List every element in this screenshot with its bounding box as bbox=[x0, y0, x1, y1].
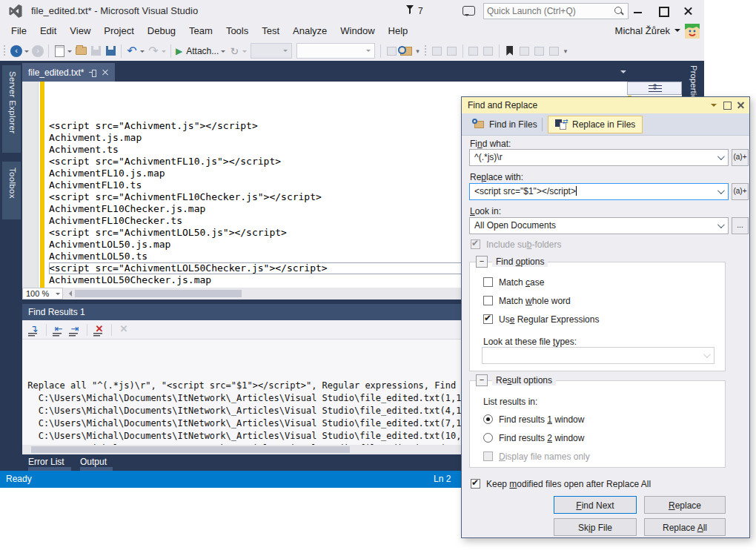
find-symbol-button[interactable] bbox=[384, 43, 399, 59]
menu-item[interactable]: Window bbox=[334, 22, 381, 39]
tab-list-dropdown-icon[interactable] bbox=[620, 70, 626, 76]
toolbar-grip-2[interactable] bbox=[423, 45, 428, 57]
open-file-button[interactable] bbox=[73, 43, 88, 59]
close-button[interactable] bbox=[676, 0, 701, 21]
new-file-button[interactable] bbox=[52, 43, 67, 59]
quick-launch-box[interactable] bbox=[483, 3, 629, 19]
keep-modified-files-checkbox[interactable] bbox=[471, 479, 480, 489]
redo-button[interactable] bbox=[146, 43, 161, 59]
undo-dropdown[interactable] bbox=[140, 50, 145, 55]
clear-bookmarks-button[interactable] bbox=[547, 43, 562, 59]
attach-button[interactable]: Attach... bbox=[174, 43, 220, 59]
editor-split-handle[interactable] bbox=[627, 82, 682, 95]
replace-with-combo[interactable]: <script src="$1"></script> bbox=[469, 183, 729, 200]
find-results-1-radio[interactable] bbox=[483, 414, 493, 424]
zoom-selector[interactable]: 100 % bbox=[22, 288, 63, 299]
menu-item[interactable]: Help bbox=[382, 22, 415, 39]
quick-launch-input[interactable] bbox=[487, 5, 606, 17]
goto-location-icon[interactable] bbox=[27, 323, 42, 337]
menu-item[interactable]: Edit bbox=[33, 22, 63, 39]
new-file-dropdown[interactable] bbox=[67, 50, 72, 55]
next-location-icon[interactable] bbox=[67, 323, 82, 337]
menu-item[interactable]: View bbox=[63, 22, 97, 39]
find-in-files-button[interactable] bbox=[399, 43, 414, 59]
avatar[interactable] bbox=[685, 24, 700, 39]
match-case-checkbox[interactable] bbox=[483, 277, 493, 287]
collapse-result-options-button[interactable]: − bbox=[476, 374, 488, 386]
file-types-combo[interactable] bbox=[482, 347, 714, 364]
tab-find-in-files[interactable]: Find in Files bbox=[466, 116, 544, 133]
dialog-maximize-icon[interactable] bbox=[721, 99, 733, 111]
refresh-button[interactable] bbox=[227, 43, 242, 59]
find-results-2-radio[interactable] bbox=[483, 433, 493, 443]
next-bookmark-button[interactable] bbox=[532, 43, 547, 59]
clear-all-icon[interactable] bbox=[92, 323, 107, 337]
decrease-indent-button[interactable] bbox=[466, 43, 481, 59]
toolbar-grip[interactable] bbox=[2, 45, 7, 57]
step-over-button[interactable] bbox=[445, 43, 460, 59]
save-icon bbox=[91, 46, 101, 56]
skip-file-button[interactable]: Skip File bbox=[554, 518, 637, 536]
sidebar-tab-server-explorer[interactable]: Server Explorer bbox=[2, 65, 21, 153]
menu-item[interactable]: Tools bbox=[219, 22, 255, 39]
menu-item[interactable]: Analyze bbox=[286, 22, 334, 39]
maximize-button[interactable] bbox=[651, 0, 676, 21]
use-regex-checkbox[interactable] bbox=[483, 314, 493, 324]
find-next-button[interactable]: Find Next bbox=[554, 496, 637, 514]
prev-bookmark-button[interactable] bbox=[517, 43, 532, 59]
refresh-dropdown[interactable] bbox=[242, 50, 247, 55]
save-button[interactable] bbox=[88, 43, 103, 59]
match-whole-word-checkbox[interactable] bbox=[483, 296, 493, 305]
back-dropdown[interactable] bbox=[24, 50, 29, 55]
feedback-bubble-icon[interactable] bbox=[462, 6, 475, 16]
menu-item[interactable]: Test bbox=[255, 22, 286, 39]
minimize-button[interactable] bbox=[626, 0, 651, 21]
sidebar-tab-toolbox[interactable]: Toolbox bbox=[2, 162, 21, 219]
replace-button[interactable]: Replace bbox=[644, 496, 726, 514]
undo-button[interactable] bbox=[125, 43, 139, 59]
tab-close-icon[interactable] bbox=[102, 69, 109, 76]
results-hscroll-thumb[interactable] bbox=[31, 446, 350, 453]
editor-hscroll-thumb[interactable] bbox=[75, 290, 242, 297]
tab-replace-in-files[interactable]: ⇄ Replace in Files bbox=[548, 116, 643, 133]
navigate-forward-button[interactable]: › bbox=[30, 43, 45, 59]
collapse-find-options-button[interactable]: − bbox=[476, 256, 488, 268]
tab-error-list[interactable]: Error List bbox=[28, 457, 64, 467]
dialog-close-icon[interactable] bbox=[735, 99, 746, 111]
dialog-title-bar[interactable]: Find and Replace bbox=[462, 97, 749, 113]
user-menu[interactable]: Michal Žůrek bbox=[615, 25, 680, 36]
text-caret bbox=[576, 186, 577, 196]
tab-output[interactable]: Output bbox=[80, 457, 107, 467]
replace-regex-helper-button[interactable]: (a)+ bbox=[732, 183, 749, 200]
bookmark-icon bbox=[506, 46, 513, 56]
find-regex-helper-button[interactable]: (a)+ bbox=[732, 149, 749, 166]
step-into-button[interactable] bbox=[430, 43, 445, 59]
redo-dropdown[interactable] bbox=[162, 50, 166, 55]
document-tab[interactable]: file_edited.txt* bbox=[22, 63, 115, 82]
increase-indent-button[interactable] bbox=[481, 43, 496, 59]
toolbar-combo-2[interactable] bbox=[296, 43, 375, 59]
look-in-combo[interactable]: All Open Documents bbox=[469, 217, 729, 234]
save-all-button[interactable] bbox=[103, 43, 118, 59]
prev-location-icon[interactable] bbox=[51, 323, 66, 337]
include-subfolders-checkbox[interactable] bbox=[471, 239, 480, 249]
find-what-combo[interactable]: ^(.*js)\r bbox=[469, 149, 729, 166]
menu-item[interactable]: Team bbox=[182, 22, 219, 39]
menu-item[interactable]: Debug bbox=[141, 22, 182, 39]
notifications-flag[interactable]: 7 bbox=[405, 4, 427, 18]
toolbar-overflow-button[interactable]: ▾ bbox=[414, 47, 421, 55]
menu-item[interactable]: File bbox=[4, 22, 33, 39]
attach-dropdown[interactable] bbox=[221, 50, 225, 55]
navigate-backward-button[interactable]: ‹ bbox=[9, 43, 24, 59]
delete-icon[interactable] bbox=[116, 323, 131, 337]
dialog-menu-dropdown-icon[interactable] bbox=[708, 99, 720, 111]
display-file-names-checkbox[interactable] bbox=[483, 451, 493, 461]
toolbar-combo-1[interactable] bbox=[251, 43, 292, 59]
look-in-browse-button[interactable]: ... bbox=[732, 217, 749, 234]
menu-item[interactable]: Project bbox=[97, 22, 140, 39]
hscroll-left-arrow-icon[interactable] bbox=[66, 291, 72, 297]
toggle-bookmark-button[interactable] bbox=[503, 43, 517, 59]
pin-icon[interactable] bbox=[89, 69, 96, 76]
replace-all-button[interactable]: Replace All bbox=[644, 518, 726, 536]
toolbar-overflow-button-2[interactable]: ▾ bbox=[562, 47, 569, 55]
